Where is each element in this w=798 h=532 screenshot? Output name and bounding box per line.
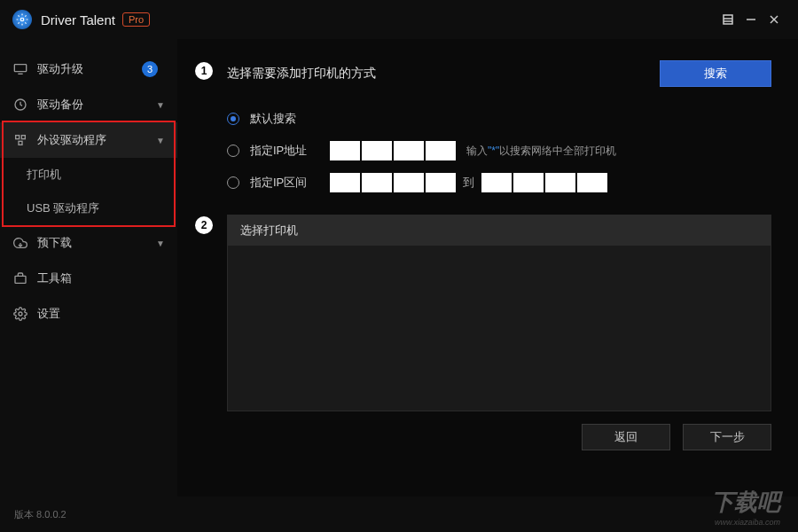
step1-title: 选择需要添加打印机的方式 [227, 66, 660, 82]
app-title: Driver Talent [41, 12, 115, 27]
ip-octet-input[interactable] [426, 141, 456, 160]
sidebar-item-label: 驱动备份 [37, 97, 156, 113]
sidebar-item-driver-backup[interactable]: 驱动备份 ▼ [0, 87, 177, 122]
radio-icon [227, 145, 239, 157]
pro-badge: Pro [122, 12, 150, 27]
chevron-down-icon: ▼ [156, 239, 165, 248]
ip-octet-input[interactable] [481, 173, 512, 192]
update-count-badge: 3 [142, 61, 158, 77]
footer: 版本 8.0.0.2 [0, 497, 798, 532]
main-panel: 1 选择需要添加打印机的方式 搜索 默认搜索 指定IP地址 [177, 39, 798, 497]
radio-option-ip[interactable]: 指定IP地址 输入"*"以搜索网络中全部打印机 [227, 135, 771, 167]
printer-list-panel: 选择打印机 [227, 215, 771, 411]
peripheral-icon [12, 132, 28, 148]
svg-point-14 [19, 312, 22, 316]
sidebar-item-label: 预下载 [37, 235, 156, 251]
sidebar-item-label: 设置 [37, 306, 165, 322]
ip-octet-input[interactable] [577, 173, 607, 192]
sidebar-item-predownload[interactable]: 预下载 ▼ [0, 225, 177, 261]
ip-range-start-group [330, 173, 456, 192]
gear-icon [12, 306, 28, 322]
ip-octet-input[interactable] [426, 173, 456, 192]
sidebar-item-label: 打印机 [27, 167, 165, 183]
ip-octet-input[interactable] [330, 141, 360, 160]
radio-label: 指定IP地址 [250, 143, 330, 159]
svg-rect-11 [21, 136, 25, 139]
svg-point-0 [20, 18, 24, 21]
version-label: 版本 8.0.0.2 [14, 508, 66, 521]
ip-octet-input[interactable] [362, 141, 392, 160]
ip-octet-input[interactable] [362, 173, 392, 192]
svg-rect-12 [19, 141, 22, 145]
printer-list-header: 选择打印机 [228, 215, 771, 246]
chevron-down-icon: ▼ [156, 136, 165, 145]
step-number-1: 1 [195, 62, 213, 80]
ip-octet-input[interactable] [394, 141, 424, 160]
range-separator: 到 [463, 175, 474, 191]
back-button[interactable]: 返回 [582, 424, 670, 450]
chevron-down-icon: ▼ [156, 100, 165, 110]
menu-icon[interactable] [716, 8, 739, 31]
ip-hint: 输入"*"以搜索网络中全部打印机 [466, 144, 616, 159]
monitor-icon [12, 61, 28, 77]
radio-icon [227, 176, 239, 189]
radio-option-default[interactable]: 默认搜索 [227, 103, 771, 135]
sidebar-item-peripheral-drivers[interactable]: 外设驱动程序 ▼ [0, 122, 177, 158]
sidebar-item-label: 工具箱 [37, 270, 165, 286]
ip-input-group [330, 141, 456, 160]
ip-octet-input[interactable] [330, 173, 360, 192]
ip-octet-input[interactable] [394, 173, 424, 192]
radio-icon [227, 113, 239, 125]
radio-label: 默认搜索 [250, 111, 330, 127]
sidebar-subitem-printer[interactable]: 打印机 [0, 158, 177, 192]
ip-range-end-group [481, 173, 607, 192]
sidebar-item-label: 驱动升级 [37, 61, 142, 77]
printer-list-body [228, 246, 771, 411]
radio-option-ip-range[interactable]: 指定IP区间 到 [227, 167, 771, 199]
search-button[interactable]: 搜索 [660, 60, 771, 87]
toolbox-icon [12, 270, 28, 286]
next-button[interactable]: 下一步 [683, 424, 771, 450]
ip-octet-input[interactable] [545, 173, 575, 192]
titlebar: Driver Talent Pro [0, 0, 798, 39]
sidebar-subitem-usb-drivers[interactable]: USB 驱动程序 [0, 192, 177, 225]
sidebar-item-label: 外设驱动程序 [37, 132, 156, 148]
cloud-download-icon [12, 235, 28, 251]
ip-octet-input[interactable] [513, 173, 544, 192]
app-logo-icon [12, 10, 32, 29]
svg-rect-10 [16, 136, 20, 139]
sidebar-item-settings[interactable]: 设置 [0, 296, 177, 332]
clock-icon [12, 97, 28, 113]
close-icon[interactable] [763, 8, 786, 31]
sidebar: 驱动升级 3 驱动备份 ▼ 外设驱动程序 ▼ 打印机 USB 驱动程序 [0, 39, 177, 497]
sidebar-item-driver-update[interactable]: 驱动升级 3 [0, 51, 177, 87]
svg-rect-1 [724, 15, 732, 24]
step-number-2: 2 [195, 216, 213, 234]
sidebar-item-toolbox[interactable]: 工具箱 [0, 261, 177, 296]
svg-rect-7 [14, 65, 26, 72]
sidebar-item-label: USB 驱动程序 [27, 200, 165, 216]
svg-rect-13 [15, 276, 26, 283]
minimize-icon[interactable] [739, 8, 763, 31]
radio-label: 指定IP区间 [250, 175, 330, 191]
